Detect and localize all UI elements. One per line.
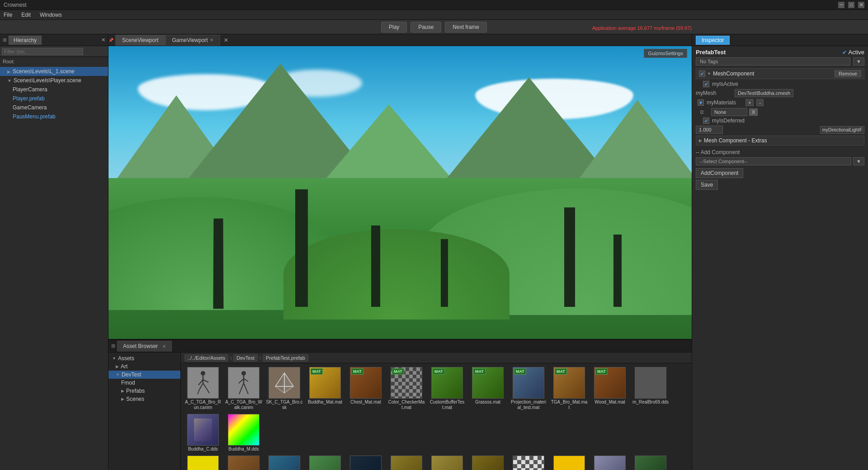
asset-item-chest-m[interactable]: Chest_M.dds: [306, 455, 344, 470]
asset-item-tga-bro-c[interactable]: TGA_Bro_C.dds: [387, 455, 426, 470]
asset-item-anim-walk[interactable]: A_C_TGA_Bro_Walk.canim: [224, 366, 263, 411]
save-button[interactable]: Save: [696, 180, 718, 190]
tree-item-art[interactable]: ▶ Art: [108, 362, 180, 371]
asset-name-tga-bro-mat: TGA_Bro_Mat.mat: [551, 400, 588, 410]
titlebar: Crownest ─ □ ✕: [0, 0, 868, 10]
menu-windows[interactable]: Windows: [38, 11, 64, 19]
asset-item-chest-n[interactable]: Chest_N.dds: [346, 455, 385, 470]
svg-line-3: [203, 380, 208, 382]
asset-item-chest-fx[interactable]: Chest_FX.dds: [265, 455, 304, 470]
menu-edit[interactable]: Edit: [19, 11, 33, 19]
asset-item-tga-bro-mat[interactable]: MAT TGA_Bro_Mat.mat: [550, 366, 589, 411]
tags-dropdown-arrow-icon[interactable]: ▼: [853, 57, 864, 66]
svg-line-5: [203, 383, 207, 389]
hierarchy-item-3[interactable]: Player.prefab: [0, 94, 108, 103]
asset-thumb-t-color-m: [553, 456, 585, 470]
inspector-header: Inspector: [692, 34, 868, 46]
select-component-dropdown-icon[interactable]: ▼: [853, 157, 864, 165]
play-button[interactable]: Play: [381, 22, 407, 33]
my-is-active-checkbox[interactable]: ✔: [703, 81, 709, 87]
materials-remove-button[interactable]: -: [756, 99, 764, 106]
game-viewport-tab[interactable]: GameViewport ✕: [165, 35, 220, 46]
asset-grid: A_C_TGA_Bro_Run.canim: [181, 363, 692, 470]
asset-browser-close-icon[interactable]: ✕: [162, 344, 166, 349]
asset-thumb-chest-mat: MAT: [350, 367, 382, 399]
tree-item-devtest[interactable]: ▼ DevTest: [108, 371, 180, 379]
asset-item-chest-c[interactable]: Chest_C.dds: [224, 455, 263, 470]
hierarchy-item-5[interactable]: PausMenu.prefab: [0, 112, 108, 121]
viewport-tabs: 📌 SceneViewport GameViewport ✕ ✕: [108, 34, 692, 46]
asset-item-tga-bro-n[interactable]: TGA_Bro_N.dds: [468, 455, 507, 470]
menu-file[interactable]: File: [2, 11, 14, 19]
asset-item-color-check-mat[interactable]: MAT Color_CheckerMat.mat: [387, 366, 426, 411]
game-viewport-close-icon[interactable]: ✕: [210, 38, 213, 42]
tree-item-scenes[interactable]: ▶ Scenes: [108, 395, 180, 403]
asset-item-t-color-m[interactable]: T_Color_Checker_M.dds: [550, 455, 589, 470]
close-button[interactable]: ✕: [858, 2, 864, 8]
hierarchy-item-4[interactable]: GameCamera: [0, 103, 108, 112]
material-field-0[interactable]: [711, 108, 747, 116]
svg-line-14: [239, 390, 241, 394]
add-component-button[interactable]: AddComponent: [696, 168, 743, 178]
breadcrumb-part-1[interactable]: DevTest: [233, 354, 258, 362]
asset-item-projection-mat[interactable]: MAT Projection_material_test.mat: [509, 366, 548, 411]
my-mesh-value[interactable]: DevTest\Buddha.cmesh: [735, 89, 793, 97]
mat-badge-grassss: MAT: [473, 368, 486, 375]
minimize-button[interactable]: ─: [838, 2, 844, 8]
breadcrumb-part-2[interactable]: PrefabTest.prefab: [263, 354, 308, 362]
hierarchy-close[interactable]: ✕: [101, 37, 105, 43]
next-frame-button[interactable]: Next frame: [445, 22, 487, 33]
tree-item-prefabs[interactable]: ▶ Prefabs: [108, 387, 180, 395]
asset-tree: ▼ Assets ▶ Art ▼ DevTest Fmod: [108, 352, 181, 470]
asset-item-t-color-n[interactable]: T_Color_Checker_N.dds: [590, 455, 629, 470]
mesh-component-checkbox[interactable]: ✔: [699, 70, 705, 77]
asset-item-buddha-c[interactable]: Buddha_C.dds: [184, 413, 222, 453]
my-materials-row: ▼ myMaterials + -: [696, 99, 864, 106]
asset-item-realbro69[interactable]: m_RealBro69.dds: [631, 366, 670, 411]
asset-item-anim-run[interactable]: A_C_TGA_Bro_Run.canim: [184, 366, 222, 411]
asset-item-custom-buffer[interactable]: MAT CustomBufferTest.mat: [428, 366, 467, 411]
asset-item-t-color-c[interactable]: T_Color_Checker_C.dds: [509, 455, 548, 470]
tree-item-fmod[interactable]: Fmod: [108, 379, 180, 387]
material-remove-0-button[interactable]: X: [749, 108, 758, 116]
asset-item-buddha-m[interactable]: Buddha_M.dds: [224, 413, 263, 453]
hierarchy-filter-input[interactable]: [2, 48, 83, 55]
asset-name-buddha-mat: Buddha_Mat.mat: [308, 400, 342, 405]
select-component-value[interactable]: --Select Component--: [696, 157, 851, 165]
hierarchy-item-2[interactable]: PlayerCamera: [0, 85, 108, 94]
asset-item-buddha-mat[interactable]: MAT Buddha_Mat.mat: [306, 366, 344, 411]
scene-viewport-tab[interactable]: SceneViewport: [115, 35, 165, 46]
dir-light-float-input[interactable]: [696, 126, 723, 134]
asset-item-chest-mat[interactable]: MAT Chest_Mat.mat: [346, 366, 385, 411]
asset-item-grassss[interactable]: MAT Grassss.mat: [468, 366, 507, 411]
asset-item-buddha-n[interactable]: Buddha_N.dds: [184, 455, 222, 470]
materials-add-button[interactable]: +: [745, 99, 754, 106]
gizmo-settings-button[interactable]: GuizmoSettings: [644, 49, 687, 58]
breadcrumb-part-0[interactable]: ../../Editor/Assets: [184, 354, 228, 362]
asset-item-sk-bro[interactable]: SK_C_TGA_Bro.csk: [265, 366, 304, 411]
asset-name-realbro69: m_RealBro69.dds: [632, 400, 669, 405]
mesh-extras-arrow-icon: ▶: [699, 138, 702, 143]
game-viewport-tab-label: GameViewport: [172, 37, 208, 43]
pause-button[interactable]: Pause: [410, 22, 441, 33]
asset-row-2: Buddha_N.dds Chest_C.dds Chest_FX.dds: [184, 455, 689, 470]
asset-thumb-buddha-c: [187, 414, 219, 446]
asset-browser-tab[interactable]: Asset Browser ✕: [117, 341, 172, 352]
tree-arrow-devtest: ▼: [116, 372, 120, 377]
asset-thumb-chest-m: [309, 456, 341, 470]
hierarchy-tab[interactable]: Hierarchy: [9, 36, 42, 45]
hierarchy-item-1[interactable]: ▼ Scenes\Levels\Player.scene: [0, 76, 108, 85]
my-is-deferred-checkbox[interactable]: ✔: [703, 118, 709, 124]
maximize-button[interactable]: □: [848, 2, 854, 8]
asset-item-tiling-grass[interactable]: Tiling-Grass-Texture-M_ain.dds: [631, 455, 670, 470]
tree-item-assets[interactable]: ▼ Assets: [108, 354, 180, 362]
asset-item-wood-mat[interactable]: MAT Wood_Mat.mat: [590, 366, 629, 411]
inspector-tab[interactable]: Inspector: [696, 36, 730, 45]
mesh-3d-icon: [273, 371, 296, 395]
hierarchy-item-0[interactable]: ▶ Scenes\Levels\L_1.scene: [0, 67, 108, 76]
tags-value[interactable]: No Tags: [696, 57, 850, 66]
asset-item-tga-bro-m[interactable]: TGA_Bro_M.dds: [428, 455, 467, 470]
my-mesh-row: myMesh DevTest\Buddha.cmesh: [696, 89, 864, 97]
mesh-component-remove-button[interactable]: Remove: [835, 70, 861, 77]
viewport-close-icon[interactable]: ✕: [224, 37, 228, 43]
